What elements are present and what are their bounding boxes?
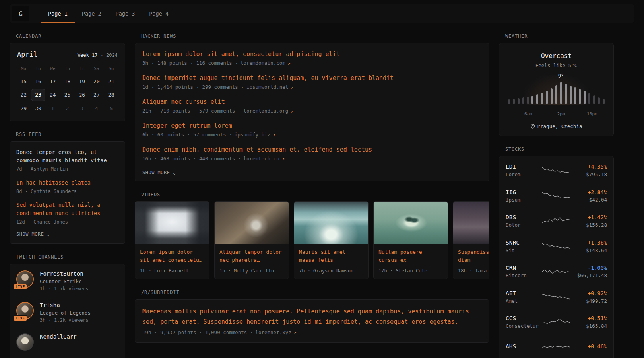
calendar-day-next-month: 3 — [75, 102, 89, 115]
weather-hour-bar — [555, 85, 557, 104]
stock-values: +1.42% $156.28 — [570, 214, 607, 228]
calendar-dow: Fr — [75, 62, 89, 74]
tab-page-2[interactable]: Page 2 — [75, 4, 109, 23]
hackernews-item: Donec enim nibh, condimentum et accumsan… — [142, 146, 482, 161]
video-thumbnail[interactable] — [135, 202, 209, 244]
weather-hour-bar — [560, 82, 562, 104]
twitch-channel-game: Counter-Strike — [40, 278, 89, 284]
weather-section-title: WEATHER — [499, 33, 614, 39]
video-card[interactable]: Aliquam tempor dolor nec pharetra… 1h · … — [214, 201, 289, 279]
hackernews-item-domain[interactable]: loremtech.co — [243, 156, 279, 161]
calendar-day: 22 — [16, 89, 31, 101]
video-card-body: Nullam posuere cursus ex 17h · Stefan Co… — [374, 244, 448, 279]
video-thumbnail[interactable] — [453, 202, 489, 244]
stock-spark-wrap — [541, 317, 570, 327]
hackernews-item-domain[interactable]: ipsumworld.net — [246, 84, 288, 90]
stock-name: Bitcorn — [506, 272, 541, 278]
video-card[interactable]: Mauris sit amet massa felis 7h · Grayson… — [294, 201, 369, 279]
hackernews-item-title[interactable]: Lorem ipsum dolor sit amet, consectetur … — [142, 51, 482, 58]
external-link-icon[interactable]: ↗ — [291, 84, 293, 90]
calendar-day: 25 — [60, 89, 75, 101]
twitch-channel-info: KendallCarr — [40, 333, 77, 351]
stock-name: Dolor — [506, 222, 541, 228]
stock-values: +4.35% $795.18 — [570, 163, 607, 177]
stock-id: AHS — [506, 343, 541, 351]
stock-spark-wrap — [541, 267, 570, 277]
hackernews-show-more-button[interactable]: SHOW MORE ⌄ — [142, 170, 482, 175]
hackernews-item-meta: 1d · 1,414 points · 299 comments · ipsum… — [142, 84, 482, 90]
stock-name: Sit — [506, 247, 541, 253]
twitch-channel-name[interactable]: KendallCarr — [40, 333, 77, 340]
subreddit-post-domain[interactable]: loremnet.xyz — [255, 329, 291, 335]
external-link-icon[interactable]: ↗ — [291, 108, 293, 114]
hackernews-item-domain[interactable]: loremdomain.com — [241, 60, 285, 66]
twitch-channel-name[interactable]: Trisha — [40, 302, 91, 308]
video-card[interactable]: Lorem ipsum dolor sit amet consectetu… 1… — [135, 201, 209, 279]
stock-row: SNRC Sit +1.36% $148.64 — [506, 234, 607, 259]
video-meta: 1h · Lori Barnett — [140, 268, 204, 274]
calendar-week-label: Week 17 — [78, 53, 98, 58]
rss-show-more-button[interactable]: SHOW MORE ⌄ — [16, 232, 118, 237]
stock-sparkline — [542, 216, 570, 226]
calendar-grid: Mo Tu We Th Fr Sa Su 15 16 17 18 19 20 2… — [16, 62, 118, 115]
rss-item-title[interactable]: Donec tempor eros leo, ut commodo mauris… — [16, 148, 118, 165]
weather-hour-bar — [579, 89, 581, 104]
stock-change: +0.46% — [570, 343, 607, 350]
twitch-channel-name[interactable]: ForrestBurton — [40, 270, 89, 277]
weather-location: Prague, Czechia — [506, 123, 607, 129]
video-card[interactable]: Nullam posuere cursus ex 17h · Stefan Co… — [373, 201, 448, 279]
stock-symbol: CCS — [506, 315, 541, 321]
video-title[interactable]: Lorem ipsum dolor sit amet consectetu… — [140, 248, 204, 265]
hackernews-item-domain[interactable]: loremlandia.org — [243, 108, 288, 114]
twitch-channel-row[interactable]: LIVE Trisha League of Legends 3h · 1.2k … — [16, 302, 118, 323]
hackernews-item: Lorem ipsum dolor sit amet, consectetur … — [142, 51, 482, 66]
stock-name: Consectetur — [506, 323, 541, 329]
video-card[interactable]: Suspendisse diam 18h · Tara — [453, 201, 489, 279]
calendar-dow: Th — [60, 62, 75, 74]
video-title[interactable]: Nullam posuere cursus ex — [378, 248, 443, 265]
hackernews-show-more-label: SHOW MORE — [142, 170, 170, 175]
rss-item-title[interactable]: Sed volutpat nulla nisl, a condimentum n… — [16, 201, 118, 218]
stock-symbol: AHS — [506, 343, 541, 350]
stock-price: $165.84 — [570, 323, 607, 329]
hackernews-item-meta: 6h · 60 points · 57 comments · ipsumify.… — [142, 132, 482, 138]
tab-page-1[interactable]: Page 1 — [41, 4, 75, 23]
calendar-day: 18 — [60, 75, 75, 88]
hackernews-item-title[interactable]: Donec imperdiet augue tincidunt felis al… — [142, 74, 482, 82]
calendar-day: 28 — [104, 89, 118, 101]
hackernews-item-title[interactable]: Integer eget rutrum lorem — [142, 122, 482, 129]
rss-item: Donec tempor eros leo, ut commodo mauris… — [16, 148, 118, 172]
stock-symbol: IIG — [506, 189, 541, 195]
video-title[interactable]: Suspendisse diam — [458, 248, 489, 265]
hackernews-item-title[interactable]: Donec enim nibh, condimentum et accumsan… — [142, 146, 482, 153]
twitch-widget: LIVE ForrestBurton Counter-Strike 1h · 1… — [10, 264, 125, 358]
weather-hour-bar — [531, 96, 533, 104]
tab-page-4[interactable]: Page 4 — [142, 4, 176, 23]
weather-hour-bar — [513, 99, 515, 104]
calendar-header: April Week 17 · 2024 — [16, 50, 118, 62]
video-thumbnail[interactable] — [294, 202, 368, 244]
subreddit-post-title[interactable]: Maecenas mollis pulvinar erat non posuer… — [142, 307, 482, 327]
topbar-divider — [35, 7, 35, 20]
video-thumbnail[interactable] — [215, 202, 289, 244]
external-link-icon[interactable]: ↗ — [273, 132, 275, 138]
video-title[interactable]: Aliquam tempor dolor nec pharetra… — [219, 248, 284, 265]
twitch-channel-row[interactable]: KendallCarr — [16, 333, 118, 351]
video-card-body: Suspendisse diam 18h · Tara — [453, 244, 489, 279]
stock-id: SNRC Sit — [506, 239, 541, 253]
video-meta: 1h · Molly Carrillo — [219, 268, 284, 274]
external-link-icon[interactable]: ↗ — [294, 330, 297, 335]
rss-item-title[interactable]: In hac habitasse platea — [16, 179, 118, 187]
external-link-icon[interactable]: ↗ — [288, 60, 291, 66]
video-title[interactable]: Mauris sit amet massa felis — [299, 248, 363, 265]
calendar-day: 24 — [45, 89, 60, 101]
weather-hour-bar — [508, 99, 510, 104]
video-thumbnail[interactable] — [374, 202, 448, 244]
hackernews-item-domain[interactable]: ipsumify.biz — [235, 132, 270, 138]
tab-page-3[interactable]: Page 3 — [109, 4, 142, 23]
external-link-icon[interactable]: ↗ — [282, 156, 285, 161]
twitch-channel-row[interactable]: LIVE ForrestBurton Counter-Strike 1h · 1… — [16, 270, 118, 292]
hackernews-item-title[interactable]: Aliquam nec cursus elit — [142, 98, 482, 105]
stock-id: CRN Bitcorn — [506, 265, 541, 278]
weather-bar-chart: 9° — [508, 75, 605, 110]
